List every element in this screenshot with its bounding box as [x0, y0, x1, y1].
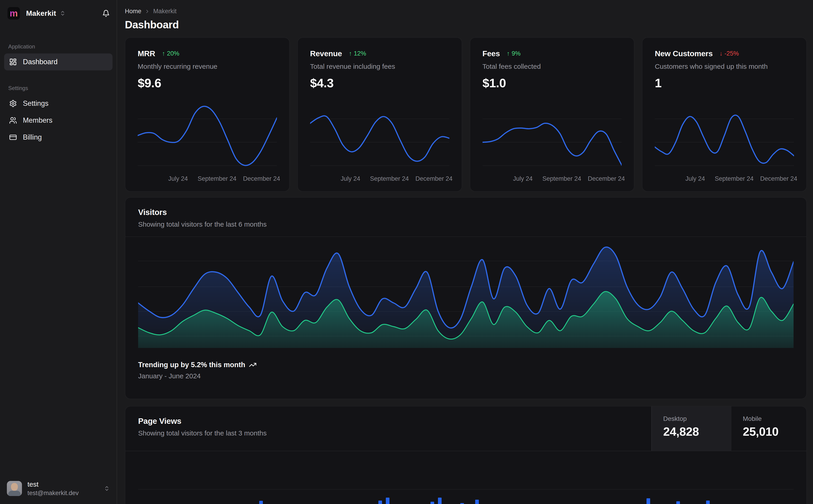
- sidebar-item-members[interactable]: Members: [4, 112, 112, 129]
- x-tick: December 24: [588, 175, 625, 182]
- workspace-switcher-chevrons-icon[interactable]: [60, 10, 66, 16]
- x-axis: July 24 September 24 December 24: [138, 175, 277, 183]
- makerkit-logo[interactable]: m: [7, 7, 20, 20]
- trend-badge: ↑ 9%: [507, 50, 521, 57]
- user-account-button[interactable]: test test@makerkit.dev: [0, 474, 117, 504]
- makerkit-logo-letter: m: [10, 9, 18, 18]
- mrr-sparkline-chart: [138, 100, 277, 173]
- breadcrumb: Home Makerkit: [125, 8, 807, 15]
- desktop-value: 24,828: [663, 425, 731, 438]
- sidebar-item-label: Dashboard: [23, 58, 58, 66]
- page-views-subtitle: Showing total visitors for the last 3 mo…: [138, 429, 639, 437]
- sparkline-wrap: July 24 September 24 December 24: [310, 100, 449, 183]
- breadcrumb-home-link[interactable]: Home: [125, 8, 141, 15]
- stat-subtitle: Customers who signed up this month: [655, 63, 794, 70]
- stat-card-mrr: MRR ↑ 20% Monthly recurring revenue $9.6…: [125, 37, 290, 192]
- mobile-label: Mobile: [743, 415, 806, 422]
- revenue-sparkline-chart: [310, 100, 449, 173]
- breadcrumb-current: Makerkit: [153, 8, 176, 15]
- stat-value: 1: [655, 76, 794, 90]
- page-views-bar-chart: [138, 469, 794, 504]
- x-tick: July 24: [685, 175, 705, 182]
- trend-value: 20%: [167, 50, 179, 57]
- stat-card-revenue: Revenue ↑ 12% Total revenue including fe…: [297, 37, 462, 192]
- x-axis: July 24 September 24 December 24: [482, 175, 622, 183]
- page-views-header: Page Views Showing total visitors for th…: [125, 406, 806, 451]
- visitors-footer: Trending up by 5.2% this month January -…: [125, 361, 806, 391]
- x-tick: July 24: [168, 175, 188, 182]
- stat-title: New Customers: [655, 49, 713, 58]
- sparkline-wrap: July 24 September 24 December 24: [655, 100, 794, 183]
- trend-badge: ↑ 20%: [162, 50, 179, 57]
- page-views-card: Page Views Showing total visitors for th…: [125, 406, 807, 504]
- trend-arrow-up-icon: ↑: [349, 50, 352, 57]
- visitors-date-range: January - June 2024: [138, 372, 794, 380]
- visitors-header: Visitors Showing total visitors for the …: [125, 198, 806, 237]
- stat-card-new-customers: New Customers ↓ -25% Customers who signe…: [642, 37, 807, 192]
- stat-title: Fees: [482, 49, 500, 58]
- trend-badge: ↑ 12%: [349, 50, 366, 57]
- stat-subtitle: Total revenue including fees: [310, 63, 449, 70]
- desktop-label: Desktop: [663, 415, 731, 422]
- trend-arrow-up-icon: ↑: [162, 50, 165, 57]
- x-axis: July 24 September 24 December 24: [655, 175, 794, 183]
- visitors-card: Visitors Showing total visitors for the …: [125, 197, 807, 399]
- stat-card-fees: Fees ↑ 9% Total fees collected $1.0 July…: [470, 37, 635, 192]
- sparkline-wrap: July 24 September 24 December 24: [138, 100, 277, 183]
- sidebar-item-dashboard[interactable]: Dashboard: [4, 53, 112, 70]
- new-customers-sparkline-chart: [655, 100, 794, 173]
- sidebar-item-settings[interactable]: Settings: [4, 95, 112, 112]
- user-menu-chevrons-icon[interactable]: [104, 485, 110, 491]
- stats-row: MRR ↑ 20% Monthly recurring revenue $9.6…: [125, 37, 807, 192]
- stat-value: $9.6: [138, 76, 277, 90]
- sidebar-nav: Application Dashboard Settings Settings …: [0, 20, 117, 146]
- mobile-value: 25,010: [743, 425, 806, 438]
- stat-value: $1.0: [482, 76, 622, 90]
- x-tick: September 24: [542, 175, 581, 182]
- stat-title: MRR: [138, 49, 155, 58]
- trend-arrow-down-icon: ↓: [720, 50, 723, 57]
- x-tick: December 24: [415, 175, 452, 182]
- visitors-subtitle: Showing total visitors for the last 6 mo…: [138, 220, 794, 228]
- chevron-right-icon: [144, 9, 150, 14]
- mobile-toggle-button[interactable]: Mobile 25,010: [731, 406, 806, 451]
- users-icon: [9, 117, 17, 124]
- x-tick: September 24: [715, 175, 754, 182]
- workspace-name[interactable]: Makerkit: [26, 9, 56, 18]
- avatar: [7, 481, 22, 496]
- sidebar-item-label: Settings: [23, 99, 48, 108]
- x-tick: September 24: [197, 175, 237, 182]
- visitors-title: Visitors: [138, 208, 794, 217]
- sidebar-item-billing[interactable]: Billing: [4, 129, 112, 146]
- x-axis: July 24 September 24 December 24: [310, 175, 449, 183]
- visitors-area-chart: [138, 241, 794, 348]
- gear-icon: [9, 100, 17, 107]
- stat-title: Revenue: [310, 49, 342, 58]
- desktop-toggle-button[interactable]: Desktop 24,828: [651, 406, 731, 451]
- page-views-chart: [138, 469, 794, 504]
- stat-subtitle: Monthly recurring revenue: [138, 63, 277, 70]
- stat-value: $4.3: [310, 76, 449, 90]
- sidebar: m Makerkit Application Dashboard Setting…: [0, 0, 117, 504]
- nav-section-application: Application: [8, 43, 108, 50]
- visitors-chart: [138, 241, 794, 348]
- page-views-title: Page Views: [138, 416, 639, 426]
- user-email: test@makerkit.dev: [27, 489, 79, 497]
- trend-value: 12%: [354, 50, 366, 57]
- x-tick: December 24: [243, 175, 280, 182]
- user-meta: test test@makerkit.dev: [27, 480, 79, 497]
- dashboard-page: { "app": { "workspace": "Makerkit", "log…: [0, 0, 813, 504]
- trend-badge: ↓ -25%: [720, 50, 739, 57]
- nav-section-settings: Settings: [8, 85, 108, 91]
- trending-up-icon: [249, 361, 257, 369]
- fees-sparkline-chart: [482, 100, 622, 173]
- credit-card-icon: [9, 133, 17, 141]
- main-content: Home Makerkit Dashboard MRR ↑ 20% Monthl…: [117, 0, 813, 504]
- page-title: Dashboard: [125, 19, 807, 31]
- trend-value: -25%: [725, 50, 739, 57]
- notifications-bell-icon[interactable]: [102, 10, 110, 17]
- sparkline-wrap: July 24 September 24 December 24: [482, 100, 622, 183]
- visitors-trend-text: Trending up by 5.2% this month: [138, 361, 245, 369]
- x-tick: July 24: [341, 175, 360, 182]
- sidebar-item-label: Members: [23, 116, 52, 125]
